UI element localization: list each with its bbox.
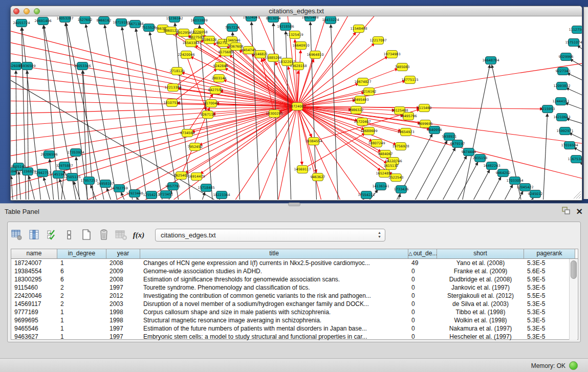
- graph-node-teal[interactable]: 15718485: [198, 184, 214, 192]
- graph-node-yellow[interactable]: 3216162: [362, 88, 377, 96]
- graph-node-teal[interactable]: 12923448: [126, 190, 143, 198]
- graph-node-yellow[interactable]: 2522543: [389, 174, 404, 182]
- black-edge[interactable]: [43, 178, 52, 200]
- graph-node-yellow[interactable]: 18775115: [401, 76, 418, 84]
- table-row[interactable]: 1872400712008Changes of HCN gene express…: [11, 259, 578, 267]
- graph-node-yellow[interactable]: 8427552: [208, 86, 223, 94]
- table-row[interactable]: 977716911998Corpus callosum shape and si…: [11, 308, 578, 316]
- column-header-short[interactable]: short: [437, 249, 524, 258]
- table-row[interactable]: 1830029562008Estimation of significance …: [11, 275, 578, 283]
- graph-node-yellow[interactable]: 10688609: [360, 127, 377, 135]
- graph-node-yellow[interactable]: 9242848: [213, 62, 228, 70]
- black-edge[interactable]: [11, 80, 226, 200]
- red-edge[interactable]: [297, 106, 582, 144]
- graph-node-teal[interactable]: 10925488: [301, 16, 318, 21]
- black-edge[interactable]: [11, 176, 13, 200]
- black-edge[interactable]: [566, 88, 582, 99]
- delete-table-icon[interactable]: [115, 229, 127, 241]
- graph-node-teal[interactable]: 2935158: [473, 155, 488, 162]
- graph-node-yellow[interactable]: 18495493: [352, 96, 368, 104]
- graph-node-yellow[interactable]: 9734564: [180, 129, 195, 137]
- graph-node-yellow[interactable]: 10674827: [354, 78, 371, 86]
- black-edge[interactable]: [515, 191, 523, 200]
- graph-node-teal[interactable]: 16033809: [190, 17, 207, 25]
- graph-node-teal[interactable]: 9245012: [528, 190, 543, 198]
- black-edge[interactable]: [411, 141, 447, 200]
- graph-node-yellow[interactable]: 19384554: [305, 138, 322, 145]
- black-edge[interactable]: [565, 103, 582, 113]
- graph-node-yellow[interactable]: 9175685: [219, 49, 233, 56]
- column-header-year[interactable]: year: [106, 249, 140, 258]
- graph-node-teal[interactable]: 7515526: [142, 24, 157, 32]
- graph-node-teal[interactable]: 11127564: [569, 26, 582, 34]
- network-window-titlebar[interactable]: citations_edges.txt: [11, 6, 582, 16]
- graph-node-yellow[interactable]: 16964810: [307, 51, 323, 59]
- red-edge[interactable]: [297, 62, 582, 106]
- graph-node-teal[interactable]: 11675344: [568, 156, 582, 163]
- table-scrollbar[interactable]: [569, 259, 577, 340]
- graph-node-yellow[interactable]: 9463627: [311, 173, 325, 181]
- graph-node-teal[interactable]: 17033054: [506, 177, 523, 185]
- red-edge[interactable]: [231, 106, 297, 200]
- graph-node-teal[interactable]: 9723451: [159, 191, 173, 199]
- graph-node-teal[interactable]: 16210643: [553, 114, 570, 121]
- column-visibility-icon[interactable]: [28, 229, 40, 241]
- graph-node-yellow[interactable]: 14569117: [294, 166, 311, 173]
- black-edge[interactable]: [200, 192, 205, 200]
- table-mode-icon[interactable]: [11, 229, 23, 241]
- column-header-pagerank[interactable]: pagerank: [524, 249, 575, 258]
- graph-node-teal[interactable]: 5938921: [442, 133, 457, 141]
- graph-node-teal[interactable]: 19224041: [243, 16, 259, 21]
- table-row[interactable]: 2242004622012Investigating the contribut…: [11, 292, 578, 300]
- graph-node-teal[interactable]: 16648784: [482, 57, 499, 64]
- graph-node-yellow[interactable]: 7625402: [174, 172, 189, 180]
- graph-node-teal[interactable]: 20691406: [34, 17, 51, 25]
- graph-node-teal[interactable]: 10053287: [56, 16, 73, 23]
- table-row[interactable]: 969969511998Structural magnetic resonanc…: [11, 316, 578, 324]
- network-window[interactable]: citations_edges.txt 18724007183002951938…: [10, 6, 582, 201]
- graph-node-teal[interactable]: 18223344: [213, 191, 230, 199]
- graph-node-teal[interactable]: 9474444: [462, 148, 476, 156]
- resize-grip-icon[interactable]: [574, 191, 581, 199]
- black-edge[interactable]: [501, 185, 513, 200]
- table-row[interactable]: 911546021997Tourette syndrome. Phenomeno…: [11, 283, 578, 292]
- graph-node-yellow[interactable]: 8186328: [202, 36, 217, 44]
- graph-node-teal[interactable]: 15751074: [565, 39, 582, 47]
- black-edge[interactable]: [50, 159, 54, 200]
- red-edge[interactable]: [277, 106, 297, 200]
- float-panel-icon[interactable]: [562, 207, 570, 216]
- black-edge[interactable]: [232, 32, 240, 200]
- graph-node-yellow[interactable]: 9267110: [201, 111, 215, 119]
- black-edge[interactable]: [485, 177, 501, 200]
- black-edge[interactable]: [454, 162, 478, 200]
- graph-node-teal[interactable]: 12444151: [552, 98, 569, 105]
- graph-node-teal[interactable]: 8813054: [266, 16, 281, 23]
- black-edge[interactable]: [543, 114, 548, 200]
- graph-node-teal[interactable]: 1640954: [427, 126, 442, 134]
- table-row[interactable]: 1456911722003Disruption of a novel membe…: [11, 300, 578, 308]
- graph-node-teal[interactable]: 1527602: [78, 16, 93, 24]
- graph-node-teal[interactable]: 16482243: [483, 162, 500, 170]
- black-edge[interactable]: [529, 198, 533, 200]
- column-header-in_degree[interactable]: in_degree: [57, 249, 106, 258]
- graph-node-teal[interactable]: 9857791: [166, 183, 181, 190]
- graph-node-teal[interactable]: 15236142: [166, 16, 183, 23]
- graph-node-teal[interactable]: 20053346: [74, 62, 91, 70]
- table-row[interactable]: 1938455462009Genome-wide association stu…: [11, 267, 578, 275]
- graph-node-teal[interactable]: 24055724: [13, 19, 30, 27]
- black-edge[interactable]: [570, 59, 582, 72]
- black-edge[interactable]: [104, 25, 134, 200]
- graph-node-teal[interactable]: 8466162: [97, 17, 112, 25]
- graph-node-yellow[interactable]: 16914479: [188, 173, 205, 181]
- create-column-icon[interactable]: [80, 229, 93, 241]
- graph-node-yellow[interactable]: 9115460: [417, 104, 432, 112]
- red-edge[interactable]: [11, 106, 297, 114]
- column-header-out_de[interactable]: △out_de...: [408, 249, 437, 258]
- graph-node-yellow[interactable]: 7952450: [188, 143, 203, 151]
- graph-node-teal[interactable]: 17957253: [80, 177, 97, 185]
- graph-canvas[interactable]: 1872400718300295193845547663822886012389…: [11, 16, 582, 200]
- graph-node-yellow[interactable]: 18107534: [163, 99, 180, 107]
- black-edge[interactable]: [439, 156, 467, 200]
- red-edge[interactable]: [297, 16, 351, 106]
- graph-node-teal[interactable]: 8215953: [540, 105, 555, 113]
